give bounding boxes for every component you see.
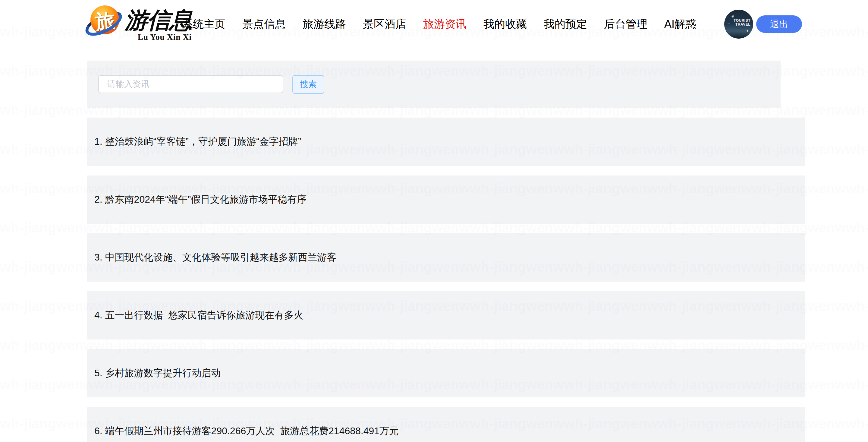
site-logo[interactable]: 旅 游信息 Lu You Xin Xi [87, 4, 181, 46]
news-item[interactable]: 5. 乡村旅游数字提升行动启动 [87, 349, 805, 397]
news-item-title: 4. 五一出行数据 悠家民宿告诉你旅游现在有多火 [94, 309, 303, 322]
logo-title-cn: 游信息 [125, 8, 192, 32]
main-nav: 系统主页 景点信息 旅游线路 景区酒店 旅游资讯 我的收藏 我的预定 后台管理 … [182, 17, 696, 32]
nav-item-news[interactable]: 旅游资讯 [423, 17, 467, 32]
logo-subtitle-en: Lu You Xin Xi [138, 33, 192, 42]
avatar-micro-text: ·········· [727, 20, 730, 27]
news-item[interactable]: 4. 五一出行数据 悠家民宿告诉你旅游现在有多火 [87, 291, 805, 340]
news-item-title: 2. 黔东南2024年“端午”假日文化旅游市场平稳有序 [94, 193, 307, 206]
nav-item-hotels[interactable]: 景区酒店 [363, 17, 406, 32]
user-avatar[interactable]: ◉ ·········· TOURIST TRAVEL ✈ [724, 10, 753, 38]
avatar-caption: TOURIST TRAVEL [734, 19, 750, 27]
avatar-caption-line2: TRAVEL [734, 23, 750, 27]
globe-logo-icon: 旅 [87, 4, 125, 45]
news-item[interactable]: 2. 黔东南2024年“端午”假日文化旅游市场平稳有序 [87, 175, 805, 224]
news-item-title: 6. 端午假期兰州市接待游客290.266万人次 旅游总花费214688.491… [94, 424, 399, 438]
plane-icon: ✈ [746, 29, 749, 33]
nav-item-attractions[interactable]: 景点信息 [242, 17, 286, 32]
news-item-title: 5. 乡村旅游数字提升行动启动 [94, 366, 221, 380]
news-item[interactable]: 6. 端午假期兰州市接待游客290.266万人次 旅游总花费214688.491… [87, 407, 805, 442]
top-nav-bar: 旅 游信息 Lu You Xin Xi 系统主页 景点信息 旅游线路 景区酒店 … [0, 0, 868, 48]
nav-item-ai[interactable]: AI解惑 [664, 17, 696, 32]
nav-item-favorites[interactable]: 我的收藏 [484, 17, 527, 32]
news-item-title: 3. 中国现代化设施、文化体验等吸引越来越多新西兰游客 [94, 251, 337, 264]
logout-button[interactable]: 退出 [756, 16, 802, 33]
search-button[interactable]: 搜索 [292, 75, 324, 94]
logo-text: 游信息 Lu You Xin Xi [125, 8, 192, 42]
nav-item-admin[interactable]: 后台管理 [604, 17, 647, 32]
nav-item-routes[interactable]: 旅游线路 [303, 17, 346, 32]
news-item-title: 1. 整治鼓浪屿“宰客链”，守护厦门旅游“金字招牌” [94, 135, 301, 148]
news-item[interactable]: 3. 中国现代化设施、文化体验等吸引越来越多新西兰游客 [87, 233, 805, 282]
search-input[interactable] [98, 75, 283, 93]
nav-item-home[interactable]: 系统主页 [182, 17, 225, 32]
nav-item-bookings[interactable]: 我的预定 [544, 17, 587, 32]
news-list: 1. 整治鼓浪屿“宰客链”，守护厦门旅游“金字招牌” 2. 黔东南2024年“端… [87, 118, 805, 442]
avatar-eye-icon: ◉ [732, 14, 734, 18]
news-item[interactable]: 1. 整治鼓浪屿“宰客链”，守护厦门旅游“金字招牌” [87, 118, 805, 166]
search-panel: 搜索 [87, 61, 781, 108]
